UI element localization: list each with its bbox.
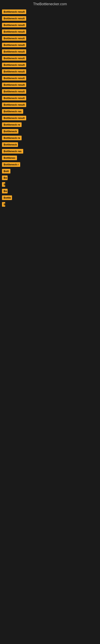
bottleneck-badge[interactable]: Bottleneck <box>2 142 18 147</box>
list-item: Bottleneck <box>2 142 98 148</box>
bottleneck-badge[interactable]: Bottleneck res <box>2 149 23 154</box>
bottleneck-badge[interactable]: B <box>2 182 5 187</box>
bottleneck-badge[interactable]: Bottleneck result <box>2 82 26 87</box>
list-item: Bottleneck result <box>2 23 98 28</box>
bottleneck-badge[interactable]: Bottleneck result <box>2 49 26 54</box>
bottleneck-badge[interactable]: Bottlenec <box>2 156 17 160</box>
list-item: Bottleneck result <box>2 69 98 75</box>
list-item: B <box>2 202 98 208</box>
bottleneck-badge[interactable]: Bottleneck result <box>2 62 26 67</box>
list-item: Bottleneck result <box>2 10 98 15</box>
list-item: Bottleneck result <box>2 16 98 22</box>
bottleneck-badge[interactable]: Bottleneck result <box>2 43 26 47</box>
list-item: Bottleneck result <box>2 43 98 48</box>
list-item: Bottleneck result <box>2 102 98 108</box>
bottleneck-badge[interactable]: Bottleneck re <box>2 136 22 140</box>
bottleneck-badge[interactable]: Bottleneck re <box>2 122 22 127</box>
list-item: Bottleneck res <box>2 149 98 154</box>
list-item: Bottleneck re <box>2 136 98 141</box>
bottleneck-badge[interactable]: Bottleneck result <box>2 96 26 100</box>
bottleneck-badge[interactable]: Bo <box>2 176 8 180</box>
bottleneck-badge[interactable]: Bott <box>2 169 10 174</box>
list-item: Bottleneck result <box>2 56 98 62</box>
list-item: Bottleneck <box>2 129 98 134</box>
site-title: TheBottlenecker.com <box>0 0 100 7</box>
bottleneck-badge[interactable]: Bottleneck result <box>2 10 26 14</box>
bottleneck-badge[interactable]: Bottleneck result <box>2 102 26 107</box>
bottleneck-badge[interactable]: B <box>2 202 5 207</box>
list-item: Bottleneck result <box>2 36 98 42</box>
list-item: Bo <box>2 176 98 181</box>
bottleneck-badge[interactable]: Bottle <box>2 196 12 200</box>
list-item: Bottleneck result <box>2 62 98 68</box>
bottleneck-badge[interactable]: Bottleneck result <box>2 116 26 120</box>
list-item: Bottleneck result <box>2 82 98 88</box>
list-item: Bottleneck res <box>2 109 98 114</box>
bottleneck-badge[interactable]: Bottleneck r <box>2 162 20 167</box>
bottleneck-list: Bottleneck resultBottleneck resultBottle… <box>0 7 100 210</box>
list-item: Bottleneck result <box>2 89 98 94</box>
list-item: Bottle <box>2 196 98 201</box>
bottleneck-badge[interactable]: Bottleneck result <box>2 69 26 74</box>
bottleneck-badge[interactable]: Bo <box>2 189 8 194</box>
list-item: Bottleneck result <box>2 49 98 55</box>
bottleneck-badge[interactable]: Bottleneck <box>2 129 18 134</box>
list-item: Bottleneck result <box>2 96 98 101</box>
bottleneck-badge[interactable]: Bottleneck result <box>2 76 26 80</box>
list-item: Bott <box>2 169 98 174</box>
bottleneck-badge[interactable]: Bottleneck result <box>2 36 26 41</box>
list-item: Bo <box>2 189 98 194</box>
bottleneck-badge[interactable]: Bottleneck result <box>2 23 26 27</box>
list-item: Bottleneck result <box>2 116 98 121</box>
list-item: Bottleneck r <box>2 162 98 168</box>
list-item: Bottleneck re <box>2 122 98 128</box>
bottleneck-badge[interactable]: Bottleneck result <box>2 56 26 60</box>
list-item: B <box>2 182 98 188</box>
bottleneck-badge[interactable]: Bottleneck result <box>2 89 26 94</box>
list-item: Bottleneck result <box>2 76 98 81</box>
list-item: Bottleneck result <box>2 30 98 35</box>
list-item: Bottlenec <box>2 156 98 161</box>
bottleneck-badge[interactable]: Bottleneck res <box>2 109 23 114</box>
bottleneck-badge[interactable]: Bottleneck result <box>2 30 26 34</box>
bottleneck-badge[interactable]: Bottleneck result <box>2 16 26 21</box>
